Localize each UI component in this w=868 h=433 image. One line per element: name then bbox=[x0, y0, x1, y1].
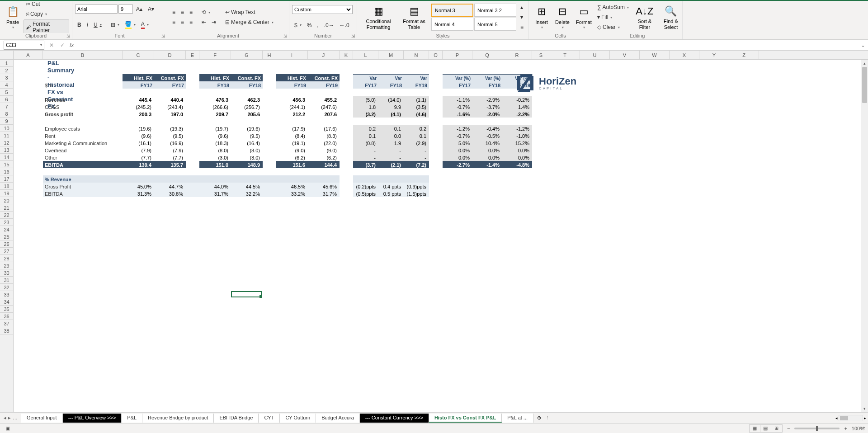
styles-scroll-up[interactable]: ▴ bbox=[518, 3, 526, 12]
formula-input[interactable] bbox=[75, 40, 858, 50]
paste-button[interactable]: 📋 Paste ▾ bbox=[3, 3, 23, 32]
fill-color-button[interactable]: 🪣▾ bbox=[123, 19, 138, 30]
sort-icon: A↓Z bbox=[637, 4, 652, 19]
decrease-indent-button[interactable]: ⇤ bbox=[199, 18, 208, 27]
format-as-table-button[interactable]: ▤Format as Table bbox=[398, 2, 430, 32]
cancel-formula-button[interactable]: ✕ bbox=[46, 42, 57, 48]
insert-cells-button[interactable]: ⊞Insert▾ bbox=[532, 3, 552, 32]
sheet-tab[interactable]: General Input bbox=[21, 414, 63, 423]
dialog-launcher-icon[interactable]: ⇲ bbox=[66, 33, 70, 38]
sheet-tab[interactable]: CYT bbox=[259, 414, 280, 423]
format-cells-button[interactable]: ▭Format▾ bbox=[573, 3, 594, 32]
sheet-tab[interactable]: CY Outturn bbox=[280, 414, 316, 423]
vertical-scrollbar[interactable]: ▴ ▾ bbox=[861, 60, 868, 412]
orientation-button[interactable]: ⟲▾ bbox=[199, 8, 212, 17]
font-name-input[interactable] bbox=[75, 5, 118, 14]
sheet-tab[interactable]: Revenue Bridge by product bbox=[142, 414, 214, 423]
font-size-input[interactable] bbox=[118, 5, 133, 14]
sheet-tab[interactable]: --- Constant Currency >>> bbox=[360, 414, 429, 423]
delete-cells-button[interactable]: ⊟Delete▾ bbox=[552, 3, 572, 32]
editing-group-label: Editing bbox=[630, 33, 645, 38]
sheet-tabs-bar: ◂ ▸ … General Input--- P&L Overview >>>P… bbox=[0, 412, 868, 423]
sheet-tab[interactable]: --- P&L Overview >>> bbox=[63, 414, 122, 423]
collapse-ribbon-button[interactable]: ⌃ bbox=[862, 426, 866, 432]
italic-button[interactable]: I bbox=[85, 20, 90, 29]
align-top-button[interactable]: ≡ bbox=[170, 8, 178, 17]
cell-style-normal5[interactable]: Normal 5 bbox=[474, 18, 516, 31]
page-layout-view-button[interactable]: ▤ bbox=[760, 425, 771, 432]
wrap-icon: ↩ bbox=[225, 9, 230, 15]
cell-style-normal32[interactable]: Normal 3 2 bbox=[474, 4, 516, 17]
column-headers[interactable]: ABCDEFGHIJKLMNOPQRSTUVWXYZ bbox=[14, 51, 868, 60]
dialog-launcher-icon[interactable]: ⇲ bbox=[161, 33, 165, 38]
sheet-tab[interactable]: Histo FX vs Const FX P&L bbox=[429, 414, 502, 423]
autosum-button[interactable]: ∑ AutoSum▾ bbox=[595, 3, 631, 12]
number-format-select[interactable]: Custom bbox=[292, 5, 353, 14]
tab-nav-prev[interactable]: ▸ bbox=[8, 415, 11, 421]
align-right-button[interactable]: ≡ bbox=[187, 18, 195, 27]
scroll-up-button[interactable]: ▴ bbox=[861, 60, 868, 67]
scroll-thumb[interactable] bbox=[862, 67, 867, 103]
merge-center-button[interactable]: ⊟Merge & Center▾ bbox=[223, 18, 276, 27]
align-left-button[interactable]: ≡ bbox=[170, 18, 178, 27]
wrap-text-button[interactable]: ↩Wrap Text bbox=[223, 8, 276, 17]
record-macro-button[interactable]: ▣ bbox=[5, 425, 10, 431]
dialog-launcher-icon[interactable]: ⇲ bbox=[351, 33, 355, 38]
styles-more[interactable]: ≡ bbox=[518, 23, 526, 32]
copy-icon: ⎘ bbox=[26, 11, 29, 17]
increase-decimal-button[interactable]: .0→ bbox=[322, 21, 336, 30]
tab-nav-more[interactable]: … bbox=[13, 415, 18, 421]
comma-format-button[interactable]: , bbox=[315, 21, 321, 30]
copy-button[interactable]: ⎘Copy▾ bbox=[24, 9, 69, 19]
decrease-decimal-button[interactable]: ←.0 bbox=[337, 21, 352, 30]
sheet-tab[interactable]: P&L bbox=[122, 414, 142, 423]
cond-format-icon: ▦ bbox=[371, 4, 386, 19]
expand-formula-bar[interactable]: ⌄ bbox=[858, 42, 868, 48]
bold-button[interactable]: B bbox=[75, 20, 84, 29]
sheet-tab[interactable]: P&L at ... bbox=[502, 414, 533, 423]
page-break-view-button[interactable]: ⊞ bbox=[771, 425, 782, 432]
decrease-font-button[interactable]: A▾ bbox=[146, 5, 156, 14]
align-middle-button[interactable]: ≡ bbox=[179, 8, 186, 17]
ribbon: 📋 Paste ▾ ✂Cut ⎘Copy▾ 🖌Format Painter Cl… bbox=[0, 0, 868, 40]
cells-area[interactable]: P&L Summary - Historical FX vs Constant … bbox=[14, 60, 868, 412]
increase-font-button[interactable]: A▴ bbox=[134, 5, 145, 14]
name-box[interactable]: G33▾ bbox=[4, 41, 44, 50]
normal-view-button[interactable]: ▦ bbox=[750, 425, 760, 432]
cell-style-normal3[interactable]: Normal 3 bbox=[431, 4, 473, 17]
align-center-button[interactable]: ≡ bbox=[179, 18, 186, 27]
dialog-launcher-icon[interactable]: ⇲ bbox=[283, 33, 287, 38]
scroll-down-button[interactable]: ▾ bbox=[861, 405, 868, 412]
fx-icon[interactable]: fx bbox=[70, 42, 74, 48]
zoom-in-button[interactable]: + bbox=[844, 426, 847, 431]
sort-filter-button[interactable]: A↓ZSort & Filter bbox=[632, 2, 657, 32]
cut-button[interactable]: ✂Cut bbox=[24, 0, 69, 9]
clear-button[interactable]: ◇ Clear▾ bbox=[595, 23, 631, 32]
zoom-out-button[interactable]: − bbox=[787, 426, 790, 431]
find-select-button[interactable]: 🔍Find & Select bbox=[658, 2, 684, 32]
styles-scroll-down[interactable]: ▾ bbox=[518, 13, 526, 22]
format-painter-button[interactable]: 🖌Format Painter bbox=[24, 19, 69, 35]
clipboard-group-label: Clipboard bbox=[25, 33, 47, 38]
accept-formula-button[interactable]: ✓ bbox=[57, 42, 68, 48]
accounting-format-button[interactable]: $▾ bbox=[292, 21, 304, 30]
search-icon: 🔍 bbox=[664, 4, 678, 19]
zoom-slider[interactable] bbox=[794, 428, 840, 429]
conditional-formatting-button[interactable]: ▦Conditional Formatting bbox=[360, 2, 397, 32]
underline-button[interactable]: U▾ bbox=[91, 20, 104, 29]
new-sheet-button[interactable]: ⊕ bbox=[533, 415, 545, 421]
percent-format-button[interactable]: % bbox=[305, 21, 314, 30]
tab-nav-first[interactable]: ◂ bbox=[4, 415, 6, 421]
fill-button[interactable]: ▾ Fill▾ bbox=[595, 13, 631, 22]
borders-button[interactable]: ⊞▾ bbox=[108, 20, 122, 29]
font-color-button[interactable]: A▾ bbox=[139, 19, 151, 30]
horizontal-scrollbar[interactable]: ◂ ▸ bbox=[550, 415, 868, 421]
row-headers[interactable]: 1234567891011121314151617181920212223242… bbox=[0, 60, 14, 412]
sheet-tab[interactable]: EBITDA Bridge bbox=[214, 414, 259, 423]
select-all-corner[interactable] bbox=[0, 51, 14, 60]
increase-indent-button[interactable]: ⇥ bbox=[209, 18, 218, 27]
cell-style-normal4[interactable]: Normal 4 bbox=[431, 18, 473, 31]
status-bar: ▣ ▦ ▤ ⊞ − + 100% bbox=[0, 423, 868, 433]
sheet-tab[interactable]: Budget Accura bbox=[316, 414, 360, 423]
align-bottom-button[interactable]: ≡ bbox=[187, 8, 195, 17]
